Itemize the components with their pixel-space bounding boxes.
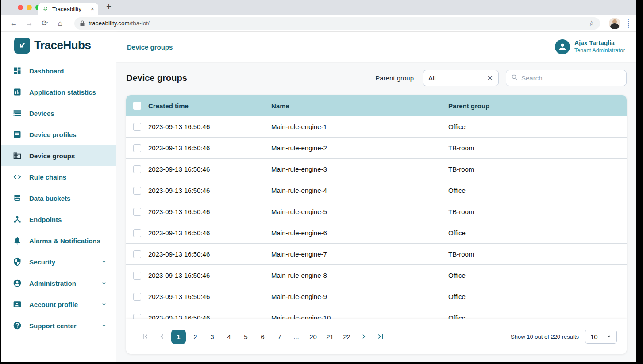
sidebar-item-device-groups[interactable]: Device groups [1, 145, 116, 166]
chevron-down-icon [606, 333, 612, 341]
cell-name: Main-rule-engine-9 [271, 293, 448, 300]
pager: 1 2 3 4 5 6 7 ... 20 21 22 [138, 330, 388, 344]
table-row[interactable]: 2023-09-13 16:50:46 Main-rule-engine-4 O… [126, 180, 627, 201]
new-tab-button[interactable]: + [106, 2, 112, 12]
cell-created-time: 2023-09-13 16:50:46 [148, 165, 271, 173]
first-page-icon[interactable] [138, 330, 152, 344]
row-checkbox[interactable] [133, 229, 141, 237]
page-button[interactable]: 5 [239, 330, 253, 344]
row-checkbox[interactable] [133, 272, 141, 280]
last-page-icon[interactable] [373, 330, 388, 344]
page-size-select[interactable]: 10 [585, 330, 617, 344]
page-button[interactable]: 2 [188, 330, 203, 344]
page-button[interactable]: 1 [171, 330, 186, 344]
address-bar[interactable]: traceability.com/tba-iot/ ☆ [74, 17, 600, 30]
column-header-name[interactable]: Name [271, 102, 448, 110]
cell-created-time: 2023-09-13 16:50:46 [148, 208, 271, 215]
search-box[interactable] [506, 70, 627, 86]
sidebar-item-alarms-notifications[interactable]: Alarms & Notifications [1, 230, 116, 251]
page-title: Device groups [126, 73, 187, 83]
table-row[interactable]: 2023-09-13 16:50:46 Main-rule-engine-9 O… [126, 286, 627, 307]
database-icon [13, 194, 22, 203]
row-checkbox[interactable] [133, 165, 141, 173]
cell-parent-group: Office [448, 314, 627, 319]
table-row[interactable]: 2023-09-13 16:50:46 Main-rule-engine-5 T… [126, 201, 627, 222]
user-chip[interactable]: Ajax Tartaglia Tenant Administrator [555, 39, 625, 54]
sidebar-item-label: Rule chains [29, 173, 107, 181]
device-groups-table-card: Created time Name Parent group 2023-09-1… [126, 95, 627, 354]
sidebar-item-data-buckets[interactable]: Data buckets [1, 188, 116, 209]
sidebar: TraceHubs Dashboard Application statisti [1, 32, 116, 362]
forward-button[interactable]: → [23, 19, 35, 28]
back-button[interactable]: ← [8, 19, 19, 28]
page-button[interactable]: 22 [339, 330, 354, 344]
page-button[interactable]: 4 [222, 330, 236, 344]
app-root: TraceHubs Dashboard Application statisti [1, 32, 636, 362]
window-controls [18, 5, 41, 10]
row-checkbox[interactable] [133, 123, 141, 131]
table-row[interactable]: 2023-09-13 16:50:46 Main-rule-engine-10 … [126, 307, 627, 319]
reload-button[interactable]: ⟳ [39, 19, 50, 28]
row-checkbox[interactable] [133, 208, 141, 216]
page-button[interactable]: 6 [255, 330, 270, 344]
minimize-window-button[interactable] [27, 5, 32, 10]
table-row[interactable]: 2023-09-13 16:50:46 Main-rule-engine-3 T… [126, 159, 627, 180]
sidebar-item-devices[interactable]: Devices [1, 103, 116, 124]
table-body: 2023-09-13 16:50:46 Main-rule-engine-1 O… [126, 116, 627, 319]
table-row[interactable]: 2023-09-13 16:50:46 Main-rule-engine-7 T… [126, 244, 627, 265]
table-row[interactable]: 2023-09-13 16:50:46 Main-rule-engine-2 T… [126, 138, 627, 159]
next-page-icon[interactable] [356, 330, 371, 344]
sidebar-item-security[interactable]: Security [1, 251, 116, 272]
search-icon [511, 74, 518, 82]
sidebar-item-administration[interactable]: Administration [1, 272, 116, 294]
sidebar-item-device-profiles[interactable]: Device profiles [1, 124, 116, 145]
table-row[interactable]: 2023-09-13 16:50:46 Main-rule-engine-1 O… [126, 116, 627, 138]
sidebar-item-endpoints[interactable]: Endpoints [1, 209, 116, 230]
row-checkbox[interactable] [133, 144, 141, 152]
row-checkbox[interactable] [133, 314, 141, 320]
smiley-favicon-icon [42, 5, 49, 12]
chevron-down-icon [101, 280, 107, 286]
cell-parent-group: TB-room [448, 165, 627, 173]
page-button[interactable]: 3 [205, 330, 219, 344]
sidebar-item-support-center[interactable]: Support center [1, 315, 116, 336]
main-area: Device groups Ajax Tartaglia Tenant Admi… [116, 32, 636, 362]
select-all-checkbox[interactable] [133, 102, 141, 110]
sidebar-nav: Dashboard Application statistics Devices [1, 59, 116, 336]
breadcrumb[interactable]: Device groups [127, 43, 173, 51]
pagination-bar: 1 2 3 4 5 6 7 ... 20 21 22 [126, 319, 627, 354]
close-window-button[interactable] [18, 5, 23, 10]
browser-menu-icon[interactable]: ⋮⋮⋮ [625, 21, 632, 26]
table-header: Created time Name Parent group [126, 95, 627, 116]
row-checkbox[interactable] [133, 293, 141, 301]
bell-icon [13, 236, 22, 245]
cell-parent-group: Office [448, 272, 627, 279]
row-checkbox[interactable] [133, 187, 141, 195]
document-icon [13, 130, 22, 139]
sidebar-item-application-statistics[interactable]: Application statistics [1, 81, 116, 103]
tab-close-icon[interactable]: × [91, 5, 94, 12]
cell-parent-group: TB-room [448, 208, 627, 215]
clear-filter-icon[interactable]: ✕ [487, 74, 493, 82]
page-button[interactable]: 7 [272, 330, 287, 344]
home-button[interactable]: ⌂ [54, 19, 66, 28]
sidebar-item-dashboard[interactable]: Dashboard [1, 60, 116, 81]
search-input[interactable] [521, 74, 621, 82]
bookmark-star-icon[interactable]: ☆ [589, 19, 595, 27]
table-row[interactable]: 2023-09-13 16:50:46 Main-rule-engine-6 O… [126, 222, 627, 244]
browser-tab[interactable]: Traceability × [38, 3, 98, 15]
sidebar-item-account-profile[interactable]: Account profile [1, 294, 116, 315]
parent-group-select[interactable]: All ✕ [423, 70, 499, 86]
page-button[interactable]: 20 [306, 330, 320, 344]
column-header-parent-group[interactable]: Parent group [448, 102, 627, 110]
sidebar-item-rule-chains[interactable]: Rule chains [1, 166, 116, 188]
row-checkbox[interactable] [133, 250, 141, 258]
previous-page-icon[interactable] [154, 330, 169, 344]
column-header-created-time[interactable]: Created time [148, 102, 271, 110]
table-row[interactable]: 2023-09-13 16:50:46 Main-rule-engine-8 O… [126, 265, 627, 286]
parent-group-value: All [428, 74, 436, 82]
logo[interactable]: TraceHubs [1, 32, 116, 59]
browser-profile-avatar[interactable] [609, 18, 620, 29]
user-meta: Ajax Tartaglia Tenant Administrator [574, 39, 625, 54]
page-button[interactable]: 21 [323, 330, 337, 344]
